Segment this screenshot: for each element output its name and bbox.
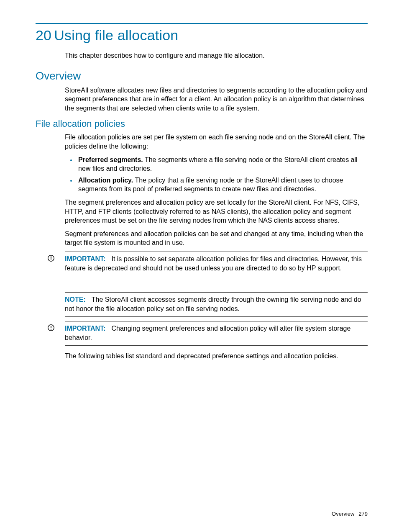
policies-intro: File allocation policies are set per fil… bbox=[65, 133, 368, 151]
top-rule bbox=[36, 23, 368, 24]
closing-paragraph: The following tables list standard and d… bbox=[65, 352, 368, 361]
callout-label: IMPORTANT: bbox=[65, 325, 105, 332]
important-icon bbox=[47, 254, 55, 262]
subsection-policies-heading: File allocation policies bbox=[36, 118, 368, 129]
bullet-term: Allocation policy. bbox=[78, 177, 133, 184]
chapter-intro: This chapter describes how to configure … bbox=[65, 51, 368, 60]
page-container: 20Using file allocation This chapter des… bbox=[0, 0, 399, 361]
important-callout: IMPORTANT:It is possible to set separate… bbox=[65, 252, 368, 276]
footer-section: Overview bbox=[332, 511, 354, 517]
note-callout: NOTE:The StoreAll client accesses segmen… bbox=[65, 292, 368, 317]
list-item: Allocation policy. The policy that a fil… bbox=[77, 176, 368, 194]
chapter-number: 20 bbox=[36, 27, 51, 43]
policies-para2: The segment preferences and allocation p… bbox=[65, 198, 368, 225]
chapter-title-text: Using file allocation bbox=[54, 27, 178, 43]
spacer bbox=[36, 280, 368, 288]
bullet-term: Preferred segments. bbox=[78, 156, 143, 163]
policies-bullet-list: Preferred segments. The segments where a… bbox=[65, 155, 368, 194]
callout-text: It is possible to set separate allocatio… bbox=[65, 255, 362, 272]
svg-rect-2 bbox=[51, 260, 51, 260]
chapter-title: 20Using file allocation bbox=[36, 27, 368, 44]
page-footer: Overview279 bbox=[332, 511, 368, 517]
important-callout: IMPORTANT:Changing segment preferences a… bbox=[65, 321, 368, 346]
list-item: Preferred segments. The segments where a… bbox=[77, 155, 368, 173]
svg-rect-4 bbox=[51, 326, 51, 328]
important-icon bbox=[47, 324, 55, 332]
callout-label: NOTE: bbox=[65, 296, 86, 303]
footer-page-number: 279 bbox=[358, 511, 368, 517]
callout-text: The StoreAll client accesses segments di… bbox=[65, 296, 361, 312]
svg-rect-1 bbox=[51, 256, 51, 258]
svg-rect-5 bbox=[51, 329, 51, 330]
callout-label: IMPORTANT: bbox=[65, 255, 105, 262]
callout-text: Changing segment preferences and allocat… bbox=[65, 325, 350, 341]
overview-paragraph: StoreAll software allocates new files an… bbox=[65, 86, 368, 113]
policies-para3: Segment preferences and allocation polic… bbox=[65, 229, 368, 247]
section-overview-heading: Overview bbox=[36, 69, 368, 82]
